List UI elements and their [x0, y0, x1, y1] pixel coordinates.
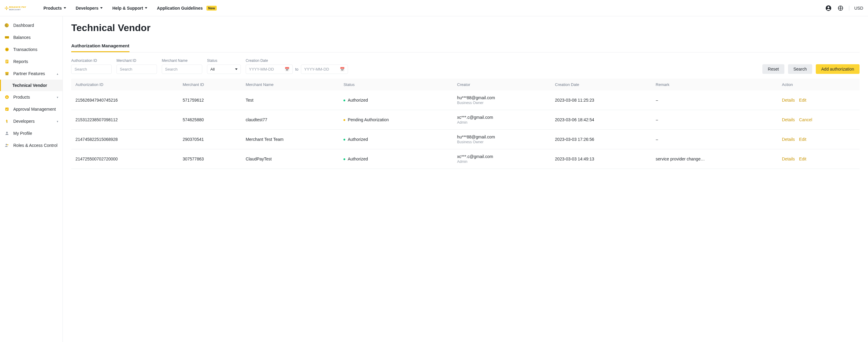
creator-email: xc***.c@gmail.com	[457, 154, 547, 159]
cell-actions: DetailsEdit	[778, 149, 860, 169]
table-row: 215626947940745216 571759612 Test Author…	[71, 91, 860, 110]
filter-label: Merchant ID	[117, 59, 157, 63]
dollar-icon: $	[4, 94, 10, 100]
globe-icon[interactable]	[837, 4, 844, 12]
svg-point-8	[828, 6, 830, 8]
nav-label: Application Guidelines	[157, 6, 203, 10]
top-nav: Products Developers Help & Support Appli…	[43, 6, 217, 10]
svg-text:BINANCE PAY: BINANCE PAY	[9, 6, 26, 8]
table-row: 214725500702720000 307577863 ClaudPayTes…	[71, 149, 860, 169]
tab-authorization-management[interactable]: Authorization Management	[71, 41, 129, 52]
date-to-input[interactable]: YYYY-MM-DD 📅	[301, 65, 348, 74]
sidebar-item-partner-features[interactable]: Partner Features ▴	[0, 68, 62, 80]
cell-merchant-name: Test	[242, 91, 339, 110]
nav-products[interactable]: Products	[43, 6, 66, 10]
users-icon	[4, 143, 10, 148]
sidebar-item-technical-vendor[interactable]: Technical Vendor	[0, 80, 62, 91]
cell-merchant-name: claudtest77	[242, 110, 339, 130]
table-row: 215312238507098112 574625880 claudtest77…	[71, 110, 860, 130]
filter-label: Merchant Name	[162, 59, 202, 63]
calendar-icon: 📅	[340, 67, 345, 71]
cell-status: Authorized	[339, 91, 453, 110]
cell-remark: service provider changed the …	[652, 149, 778, 169]
filter-merchant-id: Merchant ID	[117, 59, 157, 74]
status-dot-icon	[343, 158, 345, 160]
reset-button[interactable]: Reset	[763, 64, 784, 74]
status-select[interactable]: All	[207, 65, 241, 74]
svg-rect-14	[6, 61, 7, 61]
to-label: to	[295, 67, 299, 71]
cell-merchant-name: Merchant Test Team	[242, 130, 339, 149]
auth-id-input[interactable]	[71, 65, 112, 74]
nav-developers[interactable]: Developers	[76, 6, 103, 10]
nav-help-support[interactable]: Help & Support	[112, 6, 147, 10]
date-from-input[interactable]: YYYY-MM-DD 📅	[246, 65, 293, 74]
chevron-down-icon	[64, 7, 66, 9]
svg-text:MERCHANT: MERCHANT	[9, 9, 21, 10]
nav-label: Help & Support	[112, 6, 143, 10]
action-details[interactable]: Details	[782, 98, 795, 103]
svg-text:$: $	[6, 96, 8, 99]
cell-actions: DetailsCancel	[778, 110, 860, 130]
sidebar-item-roles-access[interactable]: Roles & Access Control	[0, 139, 62, 151]
sidebar-item-approval-management[interactable]: Approval Management	[0, 103, 62, 115]
nav-application-guidelines[interactable]: Application Guidelines New	[157, 6, 217, 10]
chevron-down-icon: ▾	[57, 96, 58, 99]
action-details[interactable]: Details	[782, 157, 795, 161]
sidebar-item-label: Partner Features	[13, 71, 45, 76]
date-placeholder: YYYY-MM-DD	[304, 67, 329, 71]
chevron-down-icon	[235, 68, 238, 70]
action-edit[interactable]: Edit	[799, 157, 806, 161]
search-button[interactable]: Search	[788, 64, 812, 74]
sidebar-item-label: Reports	[13, 59, 28, 64]
cell-actions: DetailsEdit	[778, 130, 860, 149]
action-cancel[interactable]: Cancel	[799, 117, 812, 122]
sidebar-item-label: My Profile	[13, 131, 32, 136]
cell-date: 2023-03-03 17:26:56	[551, 130, 652, 149]
tabs: Authorization Management	[71, 41, 860, 53]
merchant-id-input[interactable]	[117, 65, 157, 74]
chevron-up-icon: ▴	[57, 72, 58, 75]
header-right: USD	[825, 4, 863, 12]
action-edit[interactable]: Edit	[799, 98, 806, 103]
sidebar-item-reports[interactable]: Reports	[0, 56, 62, 68]
page-title: Technical Vendor	[71, 22, 860, 33]
chevron-down-icon	[100, 7, 103, 9]
sidebar-item-dashboard[interactable]: Dashboard	[0, 19, 62, 31]
sidebar-item-label: Transactions	[13, 47, 37, 52]
sidebar-item-transactions[interactable]: $ Transactions	[0, 43, 62, 56]
date-placeholder: YYYY-MM-DD	[249, 67, 274, 71]
account-icon[interactable]	[825, 4, 832, 12]
cell-merchant-id: 571759612	[178, 91, 242, 110]
cell-actions: DetailsEdit	[778, 91, 860, 110]
merchant-name-input[interactable]	[162, 65, 202, 74]
cell-date: 2023-03-06 18:42:54	[551, 110, 652, 130]
sidebar-item-balances[interactable]: Balances	[0, 31, 62, 43]
action-details[interactable]: Details	[782, 137, 795, 142]
svg-rect-2	[6, 7, 7, 8]
cell-merchant-id: 307577863	[178, 149, 242, 169]
chevron-down-icon: ▾	[57, 120, 58, 123]
col-creation-date: Creation Date	[551, 79, 652, 91]
creator-role: Business Owner	[457, 140, 547, 144]
currency-selector[interactable]: USD	[854, 6, 863, 10]
svg-point-24	[7, 144, 8, 145]
filter-label: Creation Date	[246, 59, 348, 63]
filter-auth-id: Authorization ID	[71, 59, 112, 74]
sidebar-item-my-profile[interactable]: My Profile	[0, 127, 62, 139]
user-icon	[4, 131, 10, 136]
add-authorization-button[interactable]: Add authorization	[816, 64, 860, 74]
creator-email: xc***.c@gmail.com	[457, 115, 547, 120]
new-badge: New	[207, 6, 217, 10]
sidebar-item-developers[interactable]: Developers ▾	[0, 115, 62, 127]
action-edit[interactable]: Edit	[799, 137, 806, 142]
sidebar-item-label: Technical Vendor	[12, 83, 47, 88]
cell-auth-id: 215626947940745216	[71, 91, 178, 110]
creator-role: Admin	[457, 120, 547, 125]
sidebar-item-products[interactable]: $ Products ▾	[0, 91, 62, 103]
filter-bar: Authorization ID Merchant ID Merchant Na…	[71, 59, 860, 74]
logo[interactable]: BINANCE PAY MERCHANT	[5, 3, 35, 13]
creator-role: Admin	[457, 160, 547, 164]
svg-rect-4	[6, 9, 7, 10]
action-details[interactable]: Details	[782, 117, 795, 122]
